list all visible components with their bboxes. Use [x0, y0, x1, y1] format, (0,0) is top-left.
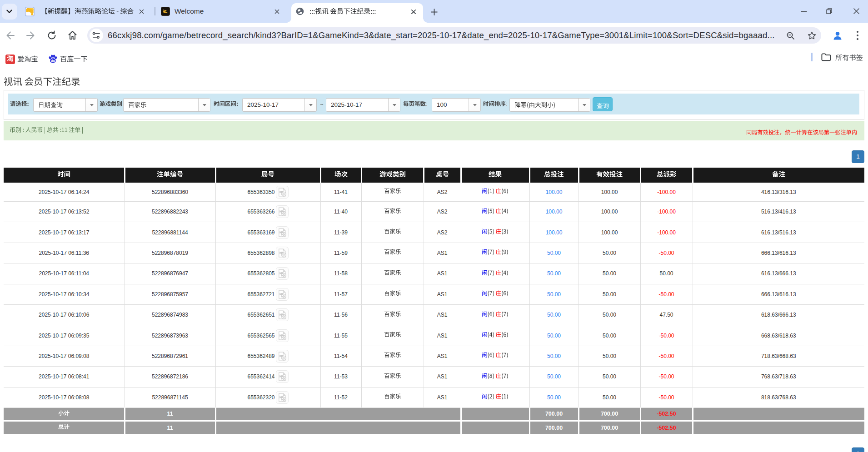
svg-text:du: du [51, 59, 55, 63]
